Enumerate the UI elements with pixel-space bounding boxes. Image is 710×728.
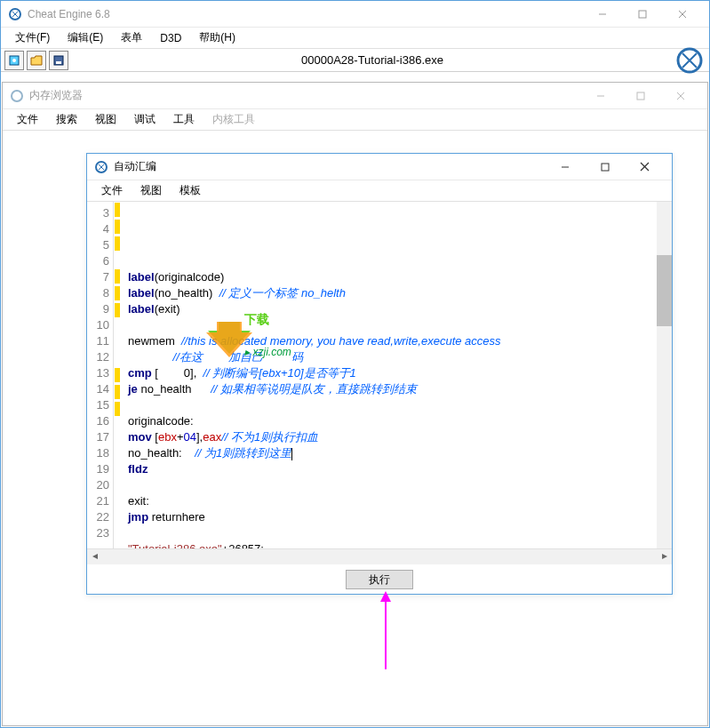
main-toolbar: 00000A28-Tutorial-i386.exe <box>1 49 709 72</box>
main-title: Cheat Engine 6.8 <box>28 8 582 20</box>
svg-rect-2 <box>639 11 646 18</box>
menu-table[interactable]: 表单 <box>112 28 151 47</box>
memv-menubar: 文件 搜索 视图 调试 工具 内核工具 <box>3 109 707 131</box>
vertical-scrollbar[interactable] <box>657 202 672 548</box>
close-button[interactable] <box>662 2 702 27</box>
maximize-button[interactable] <box>620 84 660 108</box>
menu-search[interactable]: 搜索 <box>47 110 86 129</box>
menu-file[interactable]: 文件(F) <box>6 28 59 47</box>
app-icon <box>10 89 24 103</box>
svg-rect-17 <box>602 164 609 171</box>
svg-rect-12 <box>637 92 644 100</box>
asm-title: 自动汇编 <box>114 159 545 174</box>
watermark-text: 下载 ▸ xzji.com <box>217 295 291 376</box>
scroll-right-icon[interactable]: ▸ <box>657 549 672 564</box>
svg-rect-8 <box>56 61 61 64</box>
main-menubar: 文件(F) 编辑(E) 表单 D3D 帮助(H) <box>1 28 709 49</box>
menu-file[interactable]: 文件 <box>92 181 132 200</box>
line-gutter: 34567891011121314151617181920212223 <box>87 202 114 548</box>
svg-point-10 <box>12 91 22 101</box>
close-button[interactable] <box>625 155 665 180</box>
asm-titlebar[interactable]: 自动汇编 <box>87 154 672 180</box>
menu-file[interactable]: 文件 <box>8 110 47 129</box>
code-area[interactable]: 下载 ▸ xzji.com label(originalcode)label(n… <box>121 202 657 548</box>
menu-edit[interactable]: 编辑(E) <box>59 28 112 47</box>
menu-debug[interactable]: 调试 <box>125 110 164 129</box>
horizontal-scrollbar[interactable]: ◂ ▸ <box>87 549 672 564</box>
execute-button[interactable]: 执行 <box>346 570 413 589</box>
asm-menubar: 文件 视图 模板 <box>87 180 672 202</box>
annotation-arrow-icon <box>377 591 395 671</box>
close-button[interactable] <box>660 84 700 108</box>
app-icon <box>94 160 108 174</box>
maximize-button[interactable] <box>585 155 625 180</box>
change-marks <box>114 202 121 548</box>
memv-titlebar[interactable]: 内存浏览器 <box>3 83 707 109</box>
maximize-button[interactable] <box>622 2 662 27</box>
open-file-button[interactable] <box>27 51 46 70</box>
open-process-button[interactable] <box>4 51 24 70</box>
menu-kernel[interactable]: 内核工具 <box>203 110 264 129</box>
menu-d3d[interactable]: D3D <box>151 30 190 46</box>
main-titlebar[interactable]: Cheat Engine 6.8 <box>1 1 709 28</box>
ce-logo-icon <box>674 44 706 76</box>
auto-assemble-window: 自动汇编 文件 视图 模板 34567891011121314151617181… <box>86 153 673 595</box>
menu-help[interactable]: 帮助(H) <box>190 28 244 47</box>
svg-point-6 <box>12 59 16 62</box>
process-name: 00000A28-Tutorial-i386.exe <box>71 53 674 67</box>
menu-view[interactable]: 视图 <box>132 181 171 200</box>
minimize-button[interactable] <box>582 2 622 27</box>
app-icon <box>8 7 22 21</box>
menu-tools[interactable]: 工具 <box>164 110 203 129</box>
scroll-left-icon[interactable]: ◂ <box>87 549 102 564</box>
memv-title: 内存浏览器 <box>29 88 580 103</box>
code-editor[interactable]: 34567891011121314151617181920212223 下载 ▸… <box>87 202 672 549</box>
minimize-button[interactable] <box>580 84 620 108</box>
minimize-button[interactable] <box>545 155 585 180</box>
save-button[interactable] <box>49 51 68 70</box>
menu-template[interactable]: 模板 <box>171 181 210 200</box>
menu-view[interactable]: 视图 <box>86 110 125 129</box>
